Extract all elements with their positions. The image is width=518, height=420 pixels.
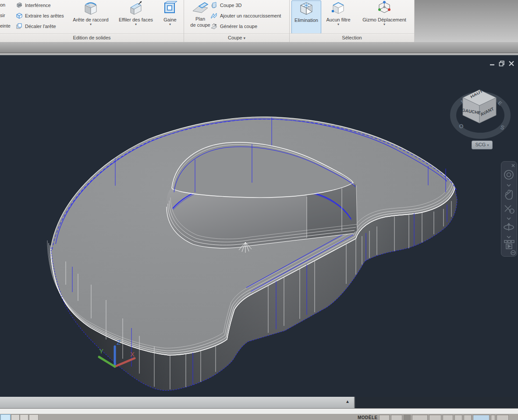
offset-edge-icon	[16, 23, 23, 30]
statusbar-icon-performance[interactable]	[464, 415, 472, 420]
culling-icon	[298, 1, 314, 17]
gizmo-move-icon	[376, 0, 392, 16]
horizontal-scrollbar[interactable]: ▲	[0, 397, 518, 408]
statusbar-toggle-1[interactable]	[0, 414, 11, 420]
dropdown-caret-icon: ▾	[135, 23, 137, 26]
wheel-dropdown-caret-icon[interactable]	[507, 184, 511, 186]
orbit-dropdown-caret-icon[interactable]	[507, 236, 511, 238]
section-plane-icon	[192, 0, 209, 15]
ribbon-empty-area	[414, 0, 518, 42]
no-filter-button[interactable]: Aucun filtre ▾	[322, 0, 355, 33]
offset-edge-label: Décaler l'arête	[25, 24, 56, 29]
generate-section-button[interactable]: Générer la coupe	[210, 22, 257, 30]
statusbar-toggle-4[interactable]	[29, 414, 39, 420]
shell-icon	[162, 0, 178, 16]
extract-edges-icon	[16, 12, 23, 19]
pan-hand-icon[interactable]	[505, 190, 512, 199]
ucs-dropdown[interactable]: SCG ▾	[472, 141, 493, 149]
extract-edges-label: Extraire les arêtes	[25, 13, 64, 18]
zoom-dropdown-caret-icon[interactable]	[507, 218, 511, 219]
extract-edges-button[interactable]: Extraire les arêtes	[16, 12, 64, 20]
add-jog-label: Ajouter un raccourcissement	[220, 13, 281, 18]
solid-model-canvas[interactable]: Z X Y	[0, 56, 518, 397]
no-filter-label: Aucun filtre	[326, 17, 350, 22]
navigation-bar	[501, 161, 517, 257]
status-bar: MODÈLE	[0, 414, 518, 420]
add-jog-button[interactable]: Ajouter un raccourcissement	[210, 12, 281, 20]
shell-button[interactable]: Gaine ▾	[158, 0, 182, 33]
statusbar-toggle-3[interactable]	[20, 414, 28, 420]
live-section-label: Coupe 3D	[220, 3, 242, 8]
statusbar-icon-annotation[interactable]	[412, 415, 428, 420]
drawing-viewport[interactable]: Z X Y N E O S HAUT GAUCHE AVANT SCG ▾	[0, 56, 518, 397]
fillet-edge-icon	[83, 0, 99, 16]
dropdown-caret-icon: ▾	[337, 23, 339, 26]
section-plane-label-2: de coupe	[190, 22, 210, 28]
close-button[interactable]	[508, 60, 514, 67]
taper-faces-button[interactable]: Effiler des faces ▾	[116, 0, 156, 33]
statusbar-icon-layout[interactable]	[379, 415, 390, 420]
generate-section-label: Générer la coupe	[220, 24, 257, 29]
ribbon: on sir einte Interférence Extraire les a…	[0, 0, 518, 42]
panel-coupe: Plan de coupe Coupe 3D Ajouter un raccou…	[184, 0, 290, 42]
statusbar-icon-workspace[interactable]	[443, 415, 453, 420]
panel-flyout-caret-icon: ▾	[243, 36, 245, 40]
section-plane-label-1: Plan	[195, 16, 205, 21]
generate-section-icon	[210, 23, 218, 30]
interference-icon	[16, 2, 23, 9]
statusbar-icon-sep[interactable]	[491, 415, 495, 420]
statusbar-spacer	[0, 409, 518, 414]
panel-label-selection: Sélection	[290, 33, 414, 42]
offset-edge-button[interactable]: Décaler l'arête	[16, 22, 56, 30]
cropped-label-1: on	[0, 2, 13, 8]
model-space-button[interactable]: MODÈLE	[358, 415, 378, 420]
taper-faces-icon	[128, 0, 144, 16]
shell-label: Gaine	[163, 17, 176, 22]
live-section-icon	[210, 2, 218, 9]
scrollbar-thumb[interactable]: ▲	[0, 397, 355, 408]
minimize-button[interactable]	[489, 60, 495, 67]
no-filter-icon	[330, 0, 346, 16]
document-window-controls	[484, 59, 514, 68]
add-jog-icon	[210, 12, 218, 19]
scrollbar-arrow-icon[interactable]: ▲	[345, 399, 350, 404]
gizmo-move-label: Gizmo Déplacement	[362, 17, 406, 22]
gizmo-move-button[interactable]: Gizmo Déplacement ▾	[356, 0, 412, 33]
culling-button[interactable]: Elimination	[291, 0, 321, 34]
panel-label-edition: Edition de solides	[0, 33, 184, 42]
statusbar-toggle-2[interactable]	[11, 414, 20, 420]
panel-label-coupe[interactable]: Coupe ▾	[184, 33, 289, 42]
interference-label: Interférence	[25, 3, 51, 8]
ucs-z-label: Z	[117, 339, 121, 346]
navbar-close-icon[interactable]	[512, 164, 514, 167]
panel-selection: Elimination Aucun filtre ▾	[290, 0, 415, 42]
cropped-label-3: einte	[0, 23, 13, 29]
taper-faces-label: Effiler des faces	[119, 17, 153, 22]
fillet-edge-button[interactable]: Arête de raccord ▾	[71, 0, 110, 33]
autocad-window: { "ribbon": { "edition": { "label": "Edi…	[0, 0, 518, 420]
statusbar-icon-annoscale[interactable]	[429, 415, 441, 420]
cropped-label-2: sir	[0, 13, 13, 19]
statusbar-icon-lock[interactable]	[454, 415, 462, 420]
statusbar-icon-layouts[interactable]	[391, 415, 402, 420]
culling-label: Elimination	[294, 18, 318, 23]
statusbar-icon-cleanscreen[interactable]	[473, 415, 490, 420]
navigation-wheel-icon[interactable]	[504, 170, 513, 179]
fillet-edge-label: Arête de raccord	[73, 17, 108, 22]
dropdown-caret-icon: ▾	[487, 143, 489, 147]
dropdown-caret-icon: ▾	[383, 23, 385, 26]
live-section-button[interactable]: Coupe 3D	[210, 1, 242, 9]
panel-edition-de-solides: on sir einte Interférence Extraire les a…	[0, 0, 184, 42]
section-plane-button[interactable]: Plan de coupe	[187, 0, 214, 33]
dropdown-caret-icon: ▾	[90, 23, 92, 26]
ucs-x-label: X	[130, 350, 135, 358]
interference-button[interactable]: Interférence	[16, 1, 51, 9]
restore-button[interactable]	[499, 60, 505, 67]
showmotion-icon[interactable]	[504, 240, 507, 243]
ribbon-bottom-bar	[0, 42, 518, 53]
statusbar-icon-tray[interactable]	[497, 415, 509, 420]
dropdown-caret-icon: ▾	[169, 23, 171, 26]
statusbar-icon-pressed[interactable]	[404, 415, 411, 420]
ucs-y-label: Y	[99, 347, 103, 355]
